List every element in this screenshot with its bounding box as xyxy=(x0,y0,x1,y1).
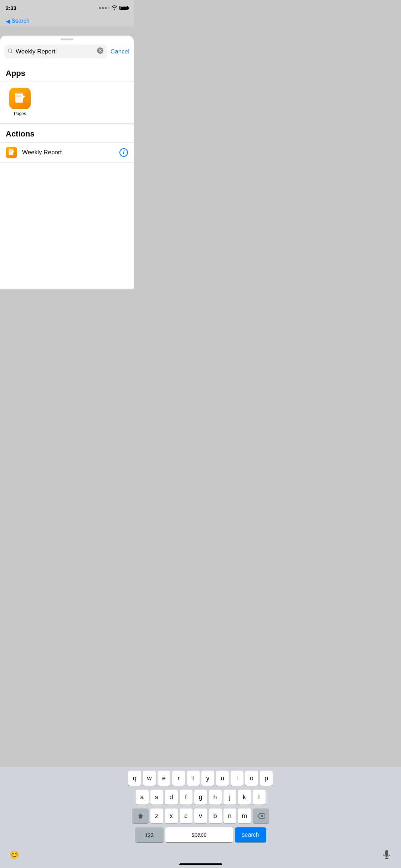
battery-icon xyxy=(119,6,128,10)
search-bar-container: Weekly Report Cancel xyxy=(0,45,134,63)
svg-rect-12 xyxy=(9,150,12,151)
status-time: 2:33 xyxy=(6,5,16,11)
actions-section-header: Actions xyxy=(0,124,134,142)
svg-rect-6 xyxy=(16,93,22,94)
action-item-label: Weekly Report xyxy=(22,149,114,156)
cancel-button[interactable]: Cancel xyxy=(110,48,129,55)
pages-app-icon xyxy=(9,88,31,109)
search-sheet: Weekly Report Cancel Apps xyxy=(0,36,134,289)
actions-section: Actions Weekly Report i xyxy=(0,124,134,163)
back-button[interactable]: ◀ Search xyxy=(6,18,30,25)
status-icons xyxy=(99,5,128,11)
back-label: Search xyxy=(11,18,30,24)
clear-button[interactable] xyxy=(97,47,103,56)
signal-icon xyxy=(99,7,109,9)
action-bottom-divider xyxy=(0,162,134,163)
svg-rect-8 xyxy=(16,96,22,97)
back-arrow-icon: ◀ xyxy=(6,18,10,25)
wifi-icon xyxy=(112,5,117,11)
pages-app-label: Pages xyxy=(14,111,26,116)
svg-rect-7 xyxy=(16,95,21,95)
info-button[interactable]: i xyxy=(119,148,128,157)
svg-line-1 xyxy=(11,52,12,53)
action-pages-icon xyxy=(6,147,17,158)
action-item-weekly-report[interactable]: Weekly Report i xyxy=(0,143,134,162)
apps-section: Apps Pages xyxy=(0,63,134,123)
status-bar: 2:33 xyxy=(0,0,134,16)
search-input-wrap[interactable]: Weekly Report xyxy=(4,45,107,58)
apps-list: Pages xyxy=(0,82,134,123)
back-nav: ◀ Search xyxy=(0,16,134,26)
sheet-handle xyxy=(61,38,73,40)
search-icon xyxy=(8,48,13,55)
app-item-pages[interactable]: Pages xyxy=(6,88,34,116)
search-input[interactable]: Weekly Report xyxy=(16,48,94,55)
svg-rect-13 xyxy=(9,151,12,151)
apps-section-header: Apps xyxy=(0,63,134,82)
